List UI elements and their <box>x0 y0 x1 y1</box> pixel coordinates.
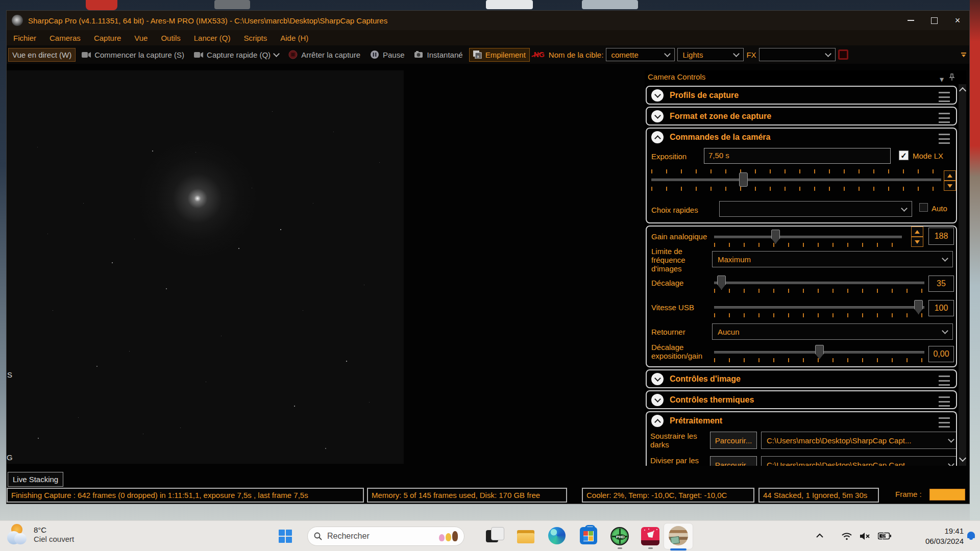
wifi-icon[interactable] <box>841 532 852 540</box>
pause-button[interactable]: Pause <box>366 48 408 61</box>
panel-scrollbar[interactable] <box>959 84 966 466</box>
menu-cameras[interactable]: Cameras <box>43 34 87 42</box>
exp-gain-slider-thumb[interactable] <box>815 345 824 359</box>
section-menu-icon[interactable] <box>939 134 950 144</box>
live-view-button[interactable]: Vue en direct (W) <box>8 48 76 62</box>
microsoft-store-button[interactable] <box>580 527 598 545</box>
image-area[interactable]: SG <box>7 70 404 464</box>
section-menu-icon[interactable] <box>939 113 950 123</box>
volume-muted-icon[interactable] <box>860 532 871 541</box>
section-image-controls[interactable]: Contrôles d'image <box>646 369 957 388</box>
exp-gain-value[interactable]: 0,00 <box>928 346 954 362</box>
edge-browser-button[interactable] <box>548 527 567 545</box>
fx-dropdown[interactable] <box>759 48 836 61</box>
star <box>152 151 153 152</box>
tray-chevron-up-icon[interactable] <box>816 533 824 538</box>
minimize-button[interactable] <box>899 11 922 30</box>
search-box[interactable]: Rechercher <box>307 527 464 546</box>
star <box>38 438 39 439</box>
offset-value[interactable]: 35 <box>928 276 954 292</box>
darks-path-dropdown[interactable]: C:\Users\marcb\Desktop\SharpCap Capt... <box>761 432 957 449</box>
live-stacking-tab[interactable]: Live Stacking <box>8 472 63 487</box>
scroll-up-icon[interactable] <box>959 87 966 94</box>
collapse-chevron-icon[interactable] <box>651 415 664 427</box>
exposure-slider[interactable] <box>651 179 941 181</box>
phd2-button[interactable]: PHD <box>610 527 629 545</box>
task-view-button[interactable] <box>486 527 504 545</box>
expand-chevron-icon[interactable] <box>651 373 664 385</box>
flats-path-dropdown[interactable]: C:\Users\marcb\Desktop\SharpCap Capt <box>761 456 957 466</box>
fps-limit-dropdown[interactable]: Maximum <box>712 251 953 267</box>
stacking-button[interactable]: a Empilement <box>469 48 530 62</box>
toolbar-overflow[interactable] <box>961 53 966 57</box>
battery-charging-icon[interactable] <box>878 532 891 540</box>
section-menu-icon[interactable] <box>939 396 950 407</box>
close-button[interactable]: × <box>946 11 969 30</box>
spin-down-button[interactable] <box>944 181 956 191</box>
usb-slider-thumb[interactable] <box>914 300 923 314</box>
expand-chevron-icon[interactable] <box>651 394 664 406</box>
gain-slider-thumb[interactable] <box>771 230 780 244</box>
clock[interactable]: 19:41 06/03/2024 <box>904 526 964 546</box>
exposure-slider-thumb[interactable] <box>739 172 748 187</box>
spin-up-button[interactable] <box>911 227 923 237</box>
spin-down-button[interactable] <box>911 237 923 247</box>
flats-browse-button[interactable]: Parcourir... <box>710 456 757 466</box>
weather-widget[interactable]: 8°C Ciel couvert <box>7 524 74 544</box>
lx-mode-label: Mode LX <box>913 152 943 160</box>
section-profils-capture[interactable]: Profils de capture <box>646 86 957 105</box>
maximize-button[interactable] <box>922 11 946 30</box>
target-name-dropdown[interactable]: comette <box>606 48 675 61</box>
spin-up-button[interactable] <box>944 170 956 181</box>
menu-fichier[interactable]: Fichier <box>7 34 43 42</box>
histogram-icon[interactable] <box>838 49 848 60</box>
usb-slider[interactable] <box>714 306 924 309</box>
flip-dropdown[interactable]: Aucun <box>712 323 953 340</box>
snapshot-button[interactable]: Instantané <box>411 48 467 61</box>
gain-slider[interactable] <box>714 236 902 238</box>
pin-icon[interactable] <box>949 73 955 81</box>
section-format-zone[interactable]: Format et zone de capture <box>646 107 957 126</box>
quick-capture-button[interactable]: Capture rapide (Q) <box>190 48 282 61</box>
usb-value[interactable]: 100 <box>928 300 954 316</box>
quick-picks-dropdown[interactable] <box>719 201 912 217</box>
menu-vue[interactable]: Vue <box>128 34 154 42</box>
expand-chevron-icon[interactable] <box>651 110 664 122</box>
offset-slider[interactable] <box>714 282 924 284</box>
weather-temp: 8°C <box>34 525 74 535</box>
expand-chevron-icon[interactable] <box>651 89 664 102</box>
menu-aide[interactable]: Aide (H) <box>274 34 315 42</box>
astronomy-app-button[interactable] <box>641 527 659 545</box>
menu-scripts[interactable]: Scripts <box>237 34 274 42</box>
collapse-chevron-icon[interactable] <box>651 131 664 143</box>
notification-bell-icon[interactable] <box>967 531 975 540</box>
start-button[interactable] <box>279 530 292 543</box>
stop-capture-button[interactable]: Arrêter la capture <box>285 48 364 61</box>
section-thermal-controls[interactable]: Contrôles thermiques <box>646 390 957 409</box>
start-capture-button[interactable]: Commencer la capture (S) <box>78 48 188 61</box>
folder-icon <box>517 527 535 545</box>
gain-value[interactable]: 188 <box>928 228 954 245</box>
section-menu-icon[interactable] <box>939 417 950 428</box>
subtract-darks-label: Soustraire les darks <box>650 432 709 450</box>
section-menu-icon[interactable] <box>939 92 950 102</box>
panel-menu-arrow-icon[interactable]: ▾ <box>940 74 944 84</box>
frame-type-dropdown[interactable]: Lights <box>677 48 744 61</box>
exposure-input[interactable]: 7,50 s <box>704 148 891 164</box>
sharpcap-button[interactable] <box>669 526 687 544</box>
section-menu-icon[interactable] <box>939 375 950 386</box>
menu-capture[interactable]: Capture <box>87 34 128 42</box>
darks-browse-button[interactable]: Parcourir... <box>710 432 757 449</box>
store-icon <box>580 527 597 544</box>
exp-gain-slider[interactable] <box>714 351 924 354</box>
auto-checkbox[interactable] <box>919 203 928 212</box>
naming-ng-icon[interactable]: NG <box>532 50 546 59</box>
star <box>195 152 196 153</box>
menu-outils[interactable]: Outils <box>154 34 187 42</box>
menu-lancer[interactable]: Lancer (Q) <box>187 34 237 42</box>
video-camera-icon <box>194 52 203 58</box>
file-explorer-button[interactable] <box>517 527 535 545</box>
offset-slider-thumb[interactable] <box>717 276 726 290</box>
lx-mode-checkbox[interactable]: ✓ <box>899 151 909 160</box>
scroll-down-icon[interactable] <box>959 455 966 462</box>
